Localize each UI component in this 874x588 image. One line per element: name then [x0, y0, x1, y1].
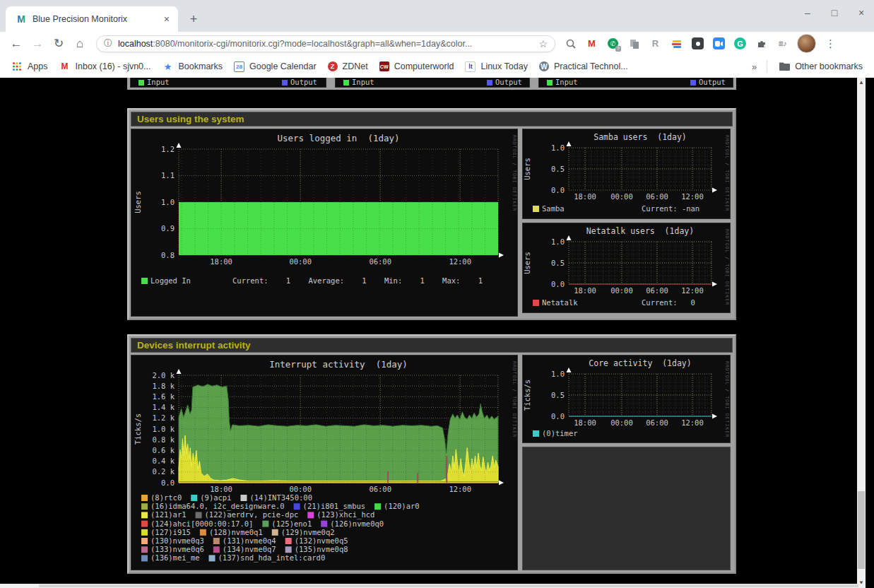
- bookmark-star-icon[interactable]: ☆: [538, 38, 548, 49]
- url-text: localhost:8080/monitorix-cgi/monitorix.c…: [118, 39, 534, 49]
- svg-text:0.8: 0.8: [161, 251, 175, 259]
- svg-text:Ticks/s: Ticks/s: [134, 413, 142, 445]
- profile-avatar[interactable]: [797, 34, 816, 53]
- lamp-extension-icon[interactable]: [691, 37, 704, 50]
- gmail-extension-icon[interactable]: M: [585, 37, 598, 50]
- svg-text:(122)aerdrv, pcie-dpc: (122)aerdrv, pcie-dpc: [205, 510, 299, 519]
- svg-text:1.0: 1.0: [551, 237, 565, 246]
- bookmark-bookmarks[interactable]: ★ Bookmarks: [163, 61, 223, 72]
- svg-text:18:00: 18:00: [574, 418, 596, 427]
- forward-icon[interactable]: →: [27, 37, 48, 51]
- svg-text:00:00: 00:00: [610, 286, 633, 295]
- bookmark-zdnet[interactable]: Z ZDNet: [328, 61, 368, 71]
- cutoff-legend-input: Input: [547, 78, 578, 87]
- samba-users-graph[interactable]: 1.00.50.018:0000:0006:0012:00Samba users…: [522, 129, 731, 219]
- bookmark-other-bookmarks[interactable]: Other bookmarks: [779, 61, 863, 72]
- voice-extension-icon[interactable]: ✆ ?: [606, 37, 620, 50]
- svg-text:18:00: 18:00: [574, 192, 596, 201]
- svg-text:12:00: 12:00: [681, 418, 704, 427]
- cutoff-legend-output: Output: [690, 78, 726, 87]
- svg-text:18:00: 18:00: [210, 257, 232, 266]
- puzzle-extension-icon[interactable]: [755, 37, 768, 50]
- svg-text:12:00: 12:00: [449, 485, 471, 493]
- back-icon[interactable]: ←: [6, 37, 27, 51]
- page-info-icon[interactable]: ⓘ: [104, 37, 112, 49]
- svg-text:12:00: 12:00: [449, 257, 471, 266]
- gmail-icon: M: [59, 61, 71, 72]
- zoom-extension-icon[interactable]: [712, 37, 726, 50]
- svg-text:(121)ar1: (121)ar1: [150, 510, 187, 519]
- grammarly-extension-icon[interactable]: G: [733, 37, 747, 50]
- svg-text:RRDTOOL / TOBI OETIKER: RRDTOOL / TOBI OETIKER: [512, 135, 517, 211]
- close-icon[interactable]: ×: [856, 7, 867, 18]
- hscrollbar-thumb[interactable]: [39, 584, 858, 587]
- address-bar[interactable]: ⓘ localhost:8080/monitorix-cgi/monitorix…: [96, 35, 555, 52]
- svg-text:Users: Users: [134, 191, 142, 213]
- svg-text:Users: Users: [523, 252, 531, 274]
- empty-cell: [522, 447, 731, 570]
- search-extension-icon[interactable]: [564, 37, 577, 50]
- bookmark-google-calendar[interactable]: 28 Google Calendar: [234, 61, 317, 72]
- output-color-swatch: [282, 80, 288, 86]
- bookmarks-overflow-chevron[interactable]: »: [752, 61, 757, 72]
- home-icon[interactable]: ⌂: [69, 37, 90, 51]
- interrupt-activity-graph[interactable]: 2.0 k1.8 k1.6 k1.4 k1.2 k1.0 k0.8 k0.6 k…: [131, 355, 518, 570]
- svg-text:Interrupt activity (1day): Interrupt activity (1day): [269, 359, 408, 370]
- calendar-icon: 28: [234, 61, 244, 72]
- zdnet-icon: Z: [328, 61, 338, 71]
- maximize-icon[interactable]: □: [829, 7, 840, 18]
- window-controls: – □ ×: [802, 7, 867, 18]
- section-title-interrupts: Devices interrupt activity: [131, 338, 733, 353]
- tab-close-icon[interactable]: ×: [161, 13, 172, 25]
- core-activity-graph[interactable]: 1.00.50.018:0000:0006:0012:00Core activi…: [522, 355, 731, 443]
- svg-text:(136)mei_me: (136)mei_me: [150, 553, 200, 563]
- svg-text:(125)eno1: (125)eno1: [271, 519, 312, 528]
- bookmark-inbox[interactable]: M Inbox (16) - sjvn0...: [59, 61, 151, 72]
- svg-text:1.1: 1.1: [161, 171, 175, 180]
- netatalk-users-graph[interactable]: 1.00.50.018:0000:0006:0012:00Netatalk us…: [522, 223, 731, 313]
- bookmark-linux-today[interactable]: lt Linux Today: [465, 61, 528, 72]
- chrome-menu-icon[interactable]: ⋮: [825, 37, 836, 50]
- new-tab-button[interactable]: +: [185, 11, 202, 28]
- books-extension-icon[interactable]: [670, 37, 683, 50]
- browser-tab[interactable]: M Blue Precision Monitorix ×: [6, 6, 178, 32]
- svg-text:(132)nvme0q5: (132)nvme0q5: [295, 536, 348, 545]
- r-extension-icon[interactable]: R: [649, 37, 662, 50]
- users-logged-in-graph[interactable]: 1.21.11.00.90.818:0000:0006:0012:00Users…: [131, 129, 518, 317]
- vertical-scrollbar[interactable]: ▲ ▼: [857, 78, 866, 588]
- svg-text:Core activity (1day): Core activity (1day): [589, 358, 691, 368]
- bookmark-computerworld[interactable]: CW Computerworld: [379, 61, 454, 71]
- svg-text:1.6 k: 1.6 k: [152, 392, 175, 401]
- svg-text:Samba: Samba: [542, 204, 565, 213]
- svg-text:Logged In: Logged In: [150, 276, 191, 285]
- svg-text:(137)snd_hda_intel:card0: (137)snd_hda_intel:card0: [218, 553, 326, 563]
- horizontal-scrollbar[interactable]: [0, 584, 866, 588]
- svg-text:0.2 k: 0.2 k: [152, 467, 175, 476]
- copy-pages-extension-icon[interactable]: [627, 37, 641, 50]
- svg-text:(129)nvme0q2: (129)nvme0q2: [281, 528, 335, 536]
- monitorix-favicon: M: [16, 13, 27, 25]
- cutoff-network-section: Input Output Input Output Input Output: [127, 78, 736, 90]
- bookmark-apps[interactable]: Apps: [11, 61, 48, 72]
- svg-text:(14)INT3450:00: (14)INT3450:00: [249, 493, 312, 502]
- monitorix-page: Input Output Input Output Input Output U…: [0, 78, 866, 588]
- scrollbar-thumb[interactable]: [858, 491, 865, 569]
- svg-text:(124)ahci[0000:00:17.0]: (124)ahci[0000:00:17.0]: [150, 519, 253, 528]
- svg-text:Current: 0: Current: 0: [642, 298, 695, 307]
- reload-icon[interactable]: ↻: [48, 36, 69, 51]
- linux-today-icon: lt: [465, 61, 476, 72]
- svg-text:(127)i915: (127)i915: [150, 528, 191, 536]
- bookmarks-bar: Apps M Inbox (16) - sjvn0... ★ Bookmarks…: [0, 55, 874, 78]
- cutoff-legend-input: Input: [138, 78, 170, 87]
- svg-text:06:00: 06:00: [646, 418, 668, 427]
- bookmark-practical-technology[interactable]: W Practical Technol...: [539, 61, 628, 71]
- minimize-icon[interactable]: –: [802, 7, 813, 18]
- media-queue-extension-icon[interactable]: ≡♪: [776, 37, 789, 50]
- folder-icon: [779, 61, 790, 72]
- svg-text:0.0: 0.0: [551, 280, 565, 288]
- svg-text:0.8 k: 0.8 k: [152, 435, 175, 444]
- scroll-up-icon[interactable]: ▲: [857, 78, 866, 88]
- svg-text:M: M: [17, 13, 25, 25]
- svg-text:Netatalk users (1day): Netatalk users (1day): [586, 226, 694, 236]
- svg-text:(0)timer: (0)timer: [542, 429, 578, 437]
